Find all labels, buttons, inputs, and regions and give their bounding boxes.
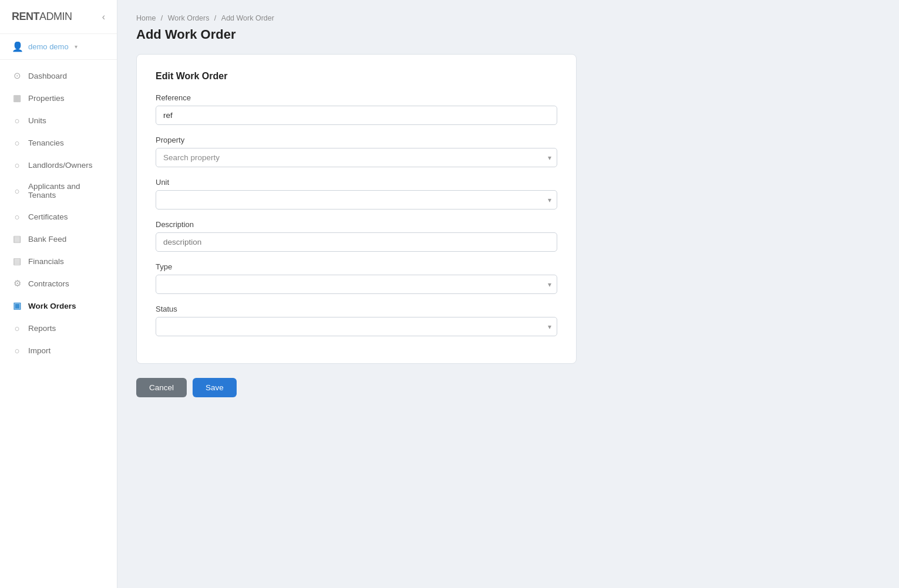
logo-area: RENTADMIN ‹ [0, 0, 117, 34]
reports-icon: ○ [12, 323, 22, 333]
property-select-wrapper: Search property ▾ [156, 148, 557, 167]
user-name: demo demo [28, 42, 69, 51]
certificates-icon: ○ [12, 211, 22, 222]
type-group: Type ▾ [156, 262, 557, 294]
units-icon: ○ [12, 115, 22, 126]
tenancies-icon: ○ [12, 137, 22, 148]
user-icon: 👤 [12, 41, 23, 52]
reference-input[interactable] [156, 106, 557, 125]
unit-label: Unit [156, 178, 557, 187]
sidebar-item-import[interactable]: ○ Import [0, 339, 117, 361]
breadcrumb-sep: / [212, 14, 218, 22]
bankfeed-icon: ▤ [12, 234, 22, 244]
description-label: Description [156, 220, 557, 229]
user-dropdown-icon: ▾ [75, 43, 78, 50]
sidebar-item-label-certificates: Certificates [28, 212, 68, 221]
type-select[interactable] [156, 275, 557, 294]
sidebar-item-label-reports: Reports [28, 324, 56, 333]
property-group: Property Search property ▾ [156, 136, 557, 167]
cancel-button[interactable]: Cancel [136, 378, 187, 397]
description-input[interactable] [156, 232, 557, 252]
page-title: Add Work Order [136, 27, 880, 42]
user-section[interactable]: 👤 demo demo ▾ [0, 34, 117, 60]
dashboard-icon: ⊙ [12, 70, 22, 81]
unit-select-wrapper: ▾ [156, 190, 557, 209]
sidebar-item-label-financials: Financials [28, 257, 64, 266]
sidebar-item-label-landlords: Landlords/Owners [28, 161, 93, 170]
sidebar-item-label-dashboard: Dashboard [28, 72, 67, 80]
sidebar-collapse-button[interactable]: ‹ [102, 12, 105, 22]
sidebar-item-label-properties: Properties [28, 94, 65, 103]
sidebar-item-label-contractors: Contractors [28, 279, 69, 288]
sidebar-item-units[interactable]: ○ Units [0, 109, 117, 131]
sidebar-item-label-bankfeed: Bank Feed [28, 235, 66, 244]
sidebar-item-reports[interactable]: ○ Reports [0, 317, 117, 339]
main-content: Home / Work Orders / Add Work Order Add … [117, 0, 899, 588]
sidebar-item-label-workorders: Work Orders [28, 302, 76, 310]
workorders-icon: ▣ [12, 300, 22, 311]
sidebar-item-applicants[interactable]: ○ Applicants and Tenants [0, 176, 117, 205]
form-card-title: Edit Work Order [156, 71, 557, 82]
sidebar-item-financials[interactable]: ▤ Financials [0, 250, 117, 272]
sidebar-item-label-import: Import [28, 346, 50, 355]
sidebar-item-label-units: Units [28, 116, 46, 125]
landlords-icon: ○ [12, 160, 22, 170]
breadcrumb: Home / Work Orders / Add Work Order [136, 14, 880, 22]
sidebar-item-certificates[interactable]: ○ Certificates [0, 205, 117, 228]
sidebar-item-label-applicants: Applicants and Tenants [28, 182, 105, 200]
unit-group: Unit ▾ [156, 178, 557, 209]
breadcrumb-item-1: Work Orders [168, 14, 210, 22]
type-select-wrapper: ▾ [156, 275, 557, 294]
form-buttons: Cancel Save [136, 378, 880, 397]
save-button[interactable]: Save [193, 378, 237, 397]
applicants-icon: ○ [12, 185, 22, 196]
type-label: Type [156, 262, 557, 271]
sidebar-item-tenancies[interactable]: ○ Tenancies [0, 131, 117, 154]
contractors-icon: ⚙ [12, 278, 22, 289]
sidebar-item-bankfeed[interactable]: ▤ Bank Feed [0, 228, 117, 250]
status-select[interactable] [156, 317, 557, 336]
sidebar: RENTADMIN ‹ 👤 demo demo ▾ ⊙ Dashboard ▦ … [0, 0, 117, 588]
property-select[interactable]: Search property [156, 148, 557, 167]
breadcrumb-item-2: Add Work Order [221, 14, 274, 22]
sidebar-item-label-tenancies: Tenancies [28, 138, 64, 147]
status-select-wrapper: ▾ [156, 317, 557, 336]
sidebar-item-contractors[interactable]: ⚙ Contractors [0, 272, 117, 295]
status-label: Status [156, 305, 557, 313]
reference-label: Reference [156, 93, 557, 102]
breadcrumb-sep: / [159, 14, 164, 22]
sidebar-item-landlords[interactable]: ○ Landlords/Owners [0, 154, 117, 176]
app-logo: RENTADMIN [12, 11, 72, 23]
properties-icon: ▦ [12, 93, 22, 103]
unit-select[interactable] [156, 190, 557, 209]
sidebar-item-properties[interactable]: ▦ Properties [0, 87, 117, 109]
form-card: Edit Work Order Reference Property Searc… [136, 54, 577, 364]
financials-icon: ▤ [12, 256, 22, 266]
breadcrumb-item-0: Home [136, 14, 156, 22]
status-group: Status ▾ [156, 305, 557, 336]
reference-group: Reference [156, 93, 557, 125]
import-icon: ○ [12, 345, 22, 356]
nav-list: ⊙ Dashboard ▦ Properties ○ Units ○ Tenan… [0, 60, 117, 588]
sidebar-item-dashboard[interactable]: ⊙ Dashboard [0, 65, 117, 87]
sidebar-item-workorders[interactable]: ▣ Work Orders [0, 295, 117, 317]
description-group: Description [156, 220, 557, 252]
property-label: Property [156, 136, 557, 144]
